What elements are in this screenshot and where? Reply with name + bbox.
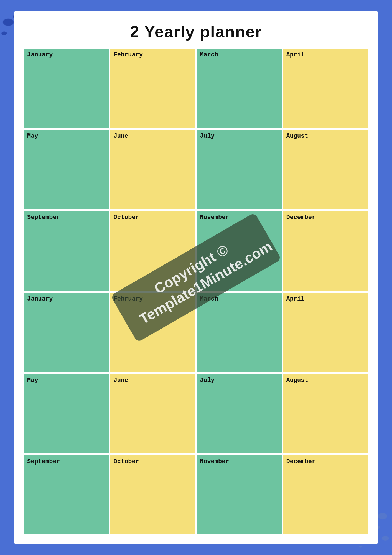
month-label: July [200, 377, 279, 384]
month-cell: July [196, 129, 282, 210]
month-label: January [27, 51, 106, 58]
month-label: May [27, 377, 106, 384]
page-title: 2 Yearly planner [23, 17, 369, 47]
month-label: June [114, 377, 192, 384]
month-cell: October [110, 211, 196, 291]
month-cell: December [282, 211, 369, 291]
month-label: October [114, 458, 192, 465]
month-cell: November [196, 211, 282, 291]
month-label: December [286, 458, 365, 465]
calendar-row: SeptemberOctoberNovemberDecember [23, 210, 369, 291]
month-label: July [200, 133, 279, 140]
month-cell: July [196, 374, 282, 454]
month-label: August [286, 377, 365, 384]
month-cell: March [196, 48, 282, 128]
month-cell: September [23, 211, 110, 291]
month-cell: August [282, 129, 369, 210]
month-label: September [27, 458, 106, 465]
month-cell: March [196, 292, 282, 372]
month-label: August [286, 133, 365, 140]
calendar-row: SeptemberOctoberNovemberDecember [23, 454, 369, 536]
month-label: February [114, 296, 192, 302]
month-cell: January [23, 292, 110, 372]
month-label: June [114, 133, 192, 140]
month-cell: April [282, 48, 369, 128]
month-label: April [286, 296, 365, 302]
planner-page: 2 Yearly planner JanuaryFebruaryMarchApr… [14, 11, 378, 544]
month-cell: May [23, 374, 110, 454]
month-cell: February [110, 48, 196, 128]
month-cell: September [23, 455, 110, 535]
month-cell: February [110, 292, 196, 372]
month-label: March [200, 51, 279, 58]
month-label: October [114, 214, 192, 221]
month-cell: June [110, 129, 196, 210]
month-label: November [200, 214, 279, 221]
month-label: February [114, 51, 192, 58]
month-label: November [200, 458, 279, 465]
month-label: May [27, 133, 106, 140]
month-cell: May [23, 129, 110, 210]
month-cell: April [282, 292, 369, 372]
month-label: September [27, 214, 106, 221]
calendar-grid: JanuaryFebruaryMarchAprilMayJuneJulyAugu… [23, 47, 369, 536]
month-cell: June [110, 374, 196, 454]
month-label: March [200, 296, 279, 302]
month-cell: October [110, 455, 196, 535]
month-label: December [286, 214, 365, 221]
month-label: April [286, 51, 365, 58]
calendar-row: JanuaryFebruaryMarchApril [23, 47, 369, 129]
calendar-row: MayJuneJulyAugust [23, 129, 369, 210]
calendar-row: JanuaryFebruaryMarchApril [23, 292, 369, 373]
month-cell: August [282, 374, 369, 454]
month-label: January [27, 296, 106, 302]
calendar-row: MayJuneJulyAugust [23, 373, 369, 454]
month-cell: January [23, 48, 110, 128]
month-cell: November [196, 455, 282, 535]
month-cell: December [282, 455, 369, 535]
